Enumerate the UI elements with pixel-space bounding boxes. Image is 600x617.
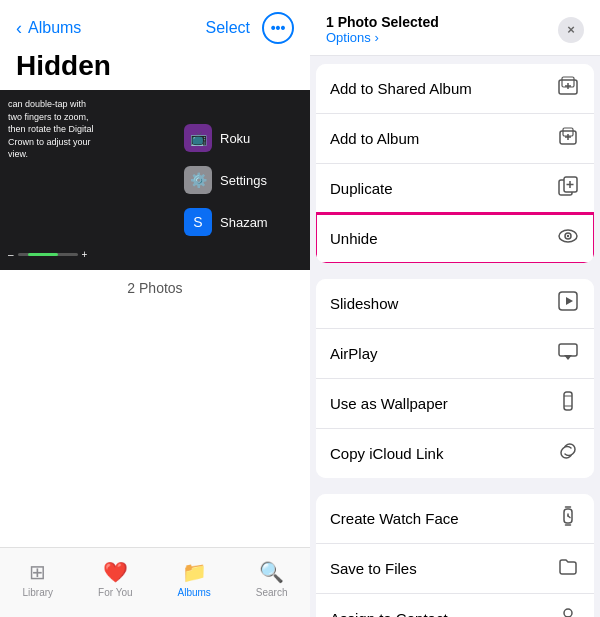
roku-label: Roku — [220, 131, 250, 146]
menu-item-airplay[interactable]: AirPlay — [316, 329, 594, 379]
menu-section-1: Add to Shared Album Add to Album — [316, 64, 594, 263]
shared-album-icon — [556, 75, 580, 102]
app-list: 📺 Roku ⚙️ Settings S Shazam — [170, 90, 310, 270]
tab-albums[interactable]: 📁 Albums — [177, 560, 210, 598]
list-item: ⚙️ Settings — [178, 160, 302, 200]
settings-icon: ⚙️ — [184, 166, 212, 194]
right-panel: 1 Photo Selected Options › × Add to Shar… — [310, 0, 600, 617]
menu-item-label: Use as Wallpaper — [330, 395, 448, 412]
bottom-tabs: ⊞ Library ❤️ For You 📁 Albums 🔍 Search — [0, 547, 310, 617]
zoom-bar — [18, 253, 78, 256]
menu-item-wallpaper[interactable]: Use as Wallpaper — [316, 379, 594, 429]
files-icon — [556, 555, 580, 582]
menu-item-label: Add to Album — [330, 130, 419, 147]
tab-for-you[interactable]: ❤️ For You — [98, 560, 132, 598]
sheet-close-button[interactable]: × — [558, 17, 584, 43]
albums-icon: 📁 — [182, 560, 207, 584]
play-icon — [556, 290, 580, 317]
search-icon: 🔍 — [259, 560, 284, 584]
add-album-icon — [556, 125, 580, 152]
select-button[interactable]: Select — [206, 19, 250, 37]
menu-item-label: Create Watch Face — [330, 510, 459, 527]
photo-preview: can double-tap with two fingers to zoom,… — [0, 90, 310, 270]
sheet-title: 1 Photo Selected — [326, 14, 439, 30]
library-icon: ⊞ — [29, 560, 46, 584]
menu-item-add-shared-album[interactable]: Add to Shared Album — [316, 64, 594, 114]
zoom-tip-text: can double-tap with two fingers to zoom,… — [8, 98, 98, 161]
tab-search[interactable]: 🔍 Search — [256, 560, 288, 598]
page-title: Hidden — [0, 48, 310, 90]
left-header: ‹ Albums Select ••• — [0, 0, 310, 48]
header-actions: Select ••• — [206, 12, 294, 44]
contact-icon — [556, 605, 580, 617]
svg-line-24 — [568, 516, 570, 518]
sheet-options-button[interactable]: Options › — [326, 30, 439, 45]
more-dots-icon: ••• — [271, 20, 286, 36]
menu-item-slideshow[interactable]: Slideshow — [316, 279, 594, 329]
zoom-minus-icon: – — [8, 249, 14, 260]
foryou-label: For You — [98, 587, 132, 598]
menu-item-assign-contact[interactable]: Assign to Contact — [316, 594, 594, 617]
menu-item-duplicate[interactable]: Duplicate — [316, 164, 594, 214]
shazam-icon: S — [184, 208, 212, 236]
menu-item-add-album[interactable]: Add to Album — [316, 114, 594, 164]
svg-point-14 — [567, 235, 569, 237]
back-arrow-icon: ‹ — [16, 18, 22, 39]
sheet-title-area: 1 Photo Selected Options › — [326, 14, 439, 45]
menu-item-watch-face[interactable]: Create Watch Face — [316, 494, 594, 544]
library-label: Library — [22, 587, 53, 598]
eye-icon — [556, 225, 580, 252]
shazam-label: Shazam — [220, 215, 268, 230]
menu-item-label: Duplicate — [330, 180, 393, 197]
photo-count: 2 Photos — [0, 270, 310, 306]
section-gap-1 — [310, 263, 600, 271]
back-button[interactable]: ‹ Albums — [16, 18, 81, 39]
duplicate-icon — [556, 175, 580, 202]
svg-point-27 — [564, 609, 572, 617]
watch-icon — [556, 505, 580, 532]
menu-item-label: Save to Files — [330, 560, 417, 577]
airplay-icon — [556, 340, 580, 367]
foryou-icon: ❤️ — [103, 560, 128, 584]
svg-rect-19 — [564, 392, 572, 410]
more-button[interactable]: ••• — [262, 12, 294, 44]
wallpaper-icon — [556, 390, 580, 417]
menu-item-label: Unhide — [330, 230, 378, 247]
list-item: S Shazam — [178, 202, 302, 242]
zoom-plus-icon: + — [82, 249, 88, 260]
list-item: 📺 Roku — [178, 118, 302, 158]
sheet-header: 1 Photo Selected Options › × — [310, 0, 600, 56]
menu-scroll: Add to Shared Album Add to Album — [310, 56, 600, 617]
menu-item-label: Slideshow — [330, 295, 398, 312]
svg-rect-17 — [559, 344, 577, 356]
menu-item-save-files[interactable]: Save to Files — [316, 544, 594, 594]
menu-item-unhide[interactable]: Unhide — [316, 214, 594, 263]
roku-icon: 📺 — [184, 124, 212, 152]
search-label: Search — [256, 587, 288, 598]
settings-label: Settings — [220, 173, 267, 188]
zoom-indicator: – + — [8, 249, 87, 260]
svg-marker-18 — [564, 355, 572, 360]
left-panel: ‹ Albums Select ••• Hidden can double-ta… — [0, 0, 310, 617]
menu-section-2: Slideshow AirPlay Use as — [316, 279, 594, 478]
section-gap-2 — [310, 478, 600, 486]
menu-item-label: AirPlay — [330, 345, 378, 362]
menu-item-icloud-link[interactable]: Copy iCloud Link — [316, 429, 594, 478]
zoom-bar-fill — [28, 253, 58, 256]
albums-label: Albums — [177, 587, 210, 598]
link-icon — [556, 440, 580, 467]
menu-item-label: Add to Shared Album — [330, 80, 472, 97]
back-label: Albums — [28, 19, 81, 37]
menu-item-label: Assign to Contact — [330, 610, 448, 617]
svg-marker-16 — [566, 297, 573, 305]
tab-library[interactable]: ⊞ Library — [22, 560, 53, 598]
menu-section-3: Create Watch Face Save to Files — [316, 494, 594, 617]
menu-item-label: Copy iCloud Link — [330, 445, 443, 462]
